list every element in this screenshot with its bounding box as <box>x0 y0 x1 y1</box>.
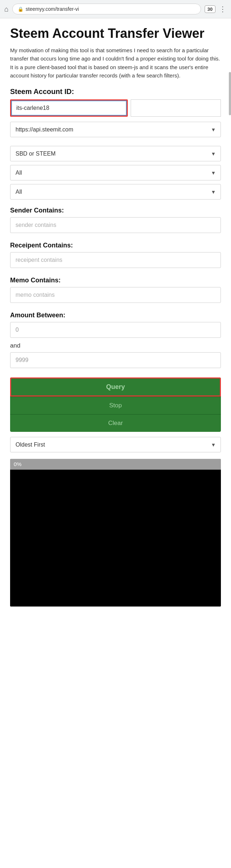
currency-select-wrapper: SBD or STEEM SBD STEEM ▼ <box>10 146 221 161</box>
url-text: steemyy.com/transfer-vi <box>26 6 79 12</box>
amount-min-input[interactable] <box>10 322 221 338</box>
api-url-select[interactable]: https://api.steemit.com <box>10 122 221 137</box>
recipient-input[interactable] <box>10 252 221 268</box>
account-id-label: Steem Account ID: <box>10 88 221 96</box>
browser-bar: ⌂ 🔒 steemyy.com/transfer-vi 30 ⋮ <box>0 0 231 18</box>
button-group: Query Stop Clear <box>10 377 221 432</box>
account-id-input-wrapper <box>10 99 128 117</box>
progress-label: 0% <box>14 461 22 467</box>
url-bar[interactable]: 🔒 steemyy.com/transfer-vi <box>12 4 201 14</box>
stop-button[interactable]: Stop <box>10 397 221 414</box>
account-id-input[interactable] <box>11 100 127 116</box>
amount-and-label: and <box>10 342 221 349</box>
progress-bar-container: 0% <box>10 459 221 470</box>
amount-row: and <box>10 322 221 370</box>
filter1-select-wrapper: All In Out ▼ <box>10 165 221 180</box>
api-url-select-wrapper: https://api.steemit.com ▼ <box>10 122 221 137</box>
lock-icon: 🔒 <box>18 6 23 12</box>
output-terminal <box>10 470 221 607</box>
filter2-select[interactable]: All Yes No <box>10 184 221 200</box>
amount-max-input[interactable] <box>10 352 221 368</box>
amount-label: Amount Between: <box>10 312 221 319</box>
recipient-label: Receipent Contains: <box>10 242 221 249</box>
progress-section: 0% <box>10 459 221 607</box>
sort-select[interactable]: Oldest First Newest First <box>10 437 221 452</box>
currency-select[interactable]: SBD or STEEM SBD STEEM <box>10 146 221 161</box>
sender-input[interactable] <box>10 217 221 233</box>
page-title: Steem Account Transfer Viewer <box>10 26 221 41</box>
description-text: My motivation of making this tool is tha… <box>10 46 221 80</box>
page-content: Steem Account Transfer Viewer My motivat… <box>0 18 231 621</box>
clear-button[interactable]: Clear <box>10 414 221 432</box>
menu-dots-icon[interactable]: ⋮ <box>219 5 227 13</box>
memo-input[interactable] <box>10 287 221 303</box>
sender-label: Sender Contains: <box>10 207 221 214</box>
home-icon[interactable]: ⌂ <box>4 5 9 13</box>
account-id-row <box>10 99 221 117</box>
memo-label: Memo Contains: <box>10 277 221 284</box>
filter2-select-wrapper: All Yes No ▼ <box>10 184 221 200</box>
filter1-select[interactable]: All In Out <box>10 165 221 180</box>
sort-select-wrapper: Oldest First Newest First ▼ <box>10 437 221 452</box>
scroll-indicator[interactable] <box>229 72 231 115</box>
account-id-extra-input[interactable] <box>131 99 221 117</box>
query-button[interactable]: Query <box>10 377 221 397</box>
tab-count-badge[interactable]: 30 <box>205 5 215 13</box>
